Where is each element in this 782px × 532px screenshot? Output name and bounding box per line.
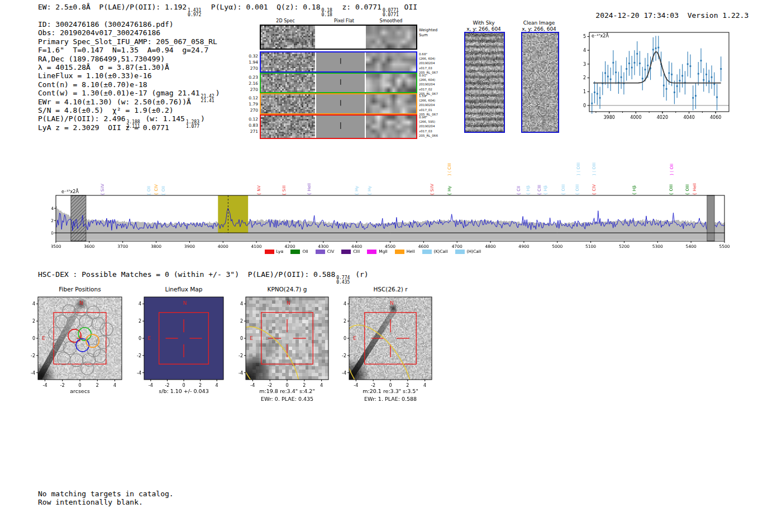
header-stat-sub: 0.0771 <box>383 13 399 17</box>
header-stat-sub: 0.972 <box>188 13 201 17</box>
spectral-line-label-OIII: { OIII <box>561 184 566 195</box>
cutout-row-4 <box>260 114 417 139</box>
cutout-right-label: 20190204 <box>419 61 445 65</box>
info-line-2-text: Obs: 20190204v017_3002476186 <box>38 28 160 37</box>
cutout-left-value: 0.12 <box>245 116 258 122</box>
legend-swatch <box>316 250 325 254</box>
info-line-11: S/N = 4.8(±0.5) χ² = 1.9(±0.2) <box>38 106 220 114</box>
cutout-row-right-labels-3: 1.59"(266, 604)20190204v017_01205_RL_067 <box>419 94 445 117</box>
hsc-dex-fraction: 0.7740.435 <box>336 276 350 284</box>
cutout-right-label: (266, 604) <box>419 78 445 82</box>
cutout-right-label: v017_02 <box>419 87 445 92</box>
footer-line-2: Row intentionally blank. <box>38 498 143 506</box>
spectral-line-label-OIII: { OIII <box>685 184 690 195</box>
spectral-line-label-CIV: { CIV <box>592 184 597 195</box>
spectral-line-label-Hβ: { Hβ <box>526 185 531 195</box>
header-stat-text: OII <box>400 3 417 11</box>
legend-swatch <box>455 250 465 254</box>
panel-caption-fiber-0: arcsecs <box>27 387 133 395</box>
weighted-sum-label: Weighted Sum <box>419 28 444 38</box>
info-line-12-text: P(LAE)/P(OII): 2.496 <box>38 114 126 123</box>
clean-image-cutout <box>521 32 559 133</box>
cutout-right-label: (266, 604) <box>419 98 445 103</box>
info-line-12: P(LAE)/P(OII): 2.4963.1882.111 (w: 1.145… <box>38 114 220 123</box>
info-line-12-text: (w: 1.145 <box>141 114 185 123</box>
info-line-3: Primary Spec_Slot_IFU_AMP: 205_067_058_R… <box>38 37 220 46</box>
header-stat-fraction: 0.180.18 <box>322 8 332 17</box>
spectral-line-label-CIII: { CIII <box>537 185 542 195</box>
panel-title-lineflux-map: Lineflux Map <box>136 286 231 293</box>
cutout-left-value: 1.79 <box>245 101 258 107</box>
info-line-4: F=1.6" T=0.147 N=1.35 A=0.94 g=24.7 <box>38 46 220 54</box>
header-stat-text: P(Lyα): 0.001 Q(z): 0.18 <box>202 3 320 11</box>
info-line-11-text: S/N = 4.8(±0.5) χ² = 1.9(±0.2) <box>38 106 174 114</box>
spectral-line-label-CIII: ) ( CIII <box>447 163 452 176</box>
hsc-dex-sub: 0.435 <box>336 280 350 285</box>
info-line-10: EWr = 4.10(±1.30) (w: 2.50(±0.76))Å <box>38 98 220 106</box>
spectrum-canvas <box>51 146 730 261</box>
spectral-line-label-OIII: { OIII <box>669 184 674 195</box>
lineflux-map-panel <box>130 293 227 391</box>
legend-swatch <box>367 250 376 254</box>
spectral-line-label-OII: ) ( OII <box>670 164 674 175</box>
info-line-5-text: RA,Dec (189.786499,51.730499) <box>38 55 165 63</box>
cutout-left-value: 2.16 <box>245 80 258 87</box>
info-line-6: λ = 4015.28Å σ = 3.87(±1.30)Å <box>38 63 220 71</box>
cutout-row-0 <box>260 25 417 50</box>
info-line-4-text: F=1.6" T=0.147 N=1.35 A=0.94 g=24.7 <box>38 46 208 54</box>
legend-swatch <box>395 250 404 254</box>
info-line-10-text: EWr = 4.10(±1.30) (w: 2.50(±0.76))Å <box>38 98 191 106</box>
cutout-right-label: 0.91" <box>419 73 445 78</box>
spectral-line-label-OIII: ) ( OIII <box>576 162 581 175</box>
clean-image-header: Clean Image x, y: 266, 604 <box>511 20 567 32</box>
legend-item-MgII: MgII <box>367 249 388 254</box>
cutout-row-left-values-4: 0.120.83271 <box>245 116 258 135</box>
cutout-right-label: 1.59" <box>419 94 445 98</box>
spectral-line-label-CIV: { CIV <box>154 184 159 195</box>
cutout-row-images-4 <box>261 116 416 138</box>
legend-item-Lyα: Lyα <box>265 249 284 254</box>
with-sky-cutout-image <box>464 32 505 133</box>
info-line-9-fraction: 21.4221.41 <box>201 94 214 103</box>
legend-label: (K)CaII <box>434 249 448 254</box>
emission-line-fit-plot <box>579 28 735 128</box>
cutout-right-label: 20190204 <box>419 82 445 87</box>
info-line-7: LineFlux = 1.10(±0.33)e-16 <box>38 71 220 80</box>
legend-swatch <box>422 250 432 254</box>
spectral-line-label-SiII: { SiII <box>282 185 287 195</box>
info-line-12-sub: 1.077 <box>186 124 199 129</box>
panel-title-kpno: KPNO(24.7) g <box>240 286 335 293</box>
legend-label: MgII <box>379 249 388 254</box>
info-line-1: ID: 3002476186 (3002476186.pdf) <box>38 20 220 28</box>
legend-label: HeII <box>407 249 415 254</box>
cutout-right-label: v017_03 <box>419 66 445 70</box>
header-stat-fraction: 0.07710.0771 <box>383 8 399 17</box>
panel-caption-kpno-1: EWr: 0. PLAE: 0.435 <box>234 395 340 402</box>
header-stat-fraction: 1.4310.972 <box>188 8 201 17</box>
info-line-6-text: λ = 4015.28Å σ = 3.87(±1.30)Å <box>38 63 169 71</box>
cutout-row-left-values-1: 0.321.94270 <box>245 53 258 71</box>
fiber-positions-panel <box>23 293 125 391</box>
report-version: Version 1.22.3 <box>688 11 749 20</box>
spectral-line-label-Hβ: { Hβ <box>543 185 548 195</box>
legend-swatch <box>290 250 300 254</box>
cutout-row-images-1 <box>261 52 416 71</box>
info-line-12-fraction: 1.2831.077 <box>186 120 199 128</box>
column-header-smoothed: Smoothed <box>366 18 416 23</box>
panel-title-hsc: HSC(26.2) r <box>343 286 438 293</box>
spectral-line-label-CII: { CII <box>517 186 521 195</box>
hsc-dex-text: HSC-DEX : Possible Matches = 0 (within +… <box>38 270 335 279</box>
cutout-row-2 <box>260 73 417 93</box>
cutout-left-value: 1.94 <box>245 59 258 65</box>
info-line-9-text: ) <box>216 89 220 97</box>
cutout-right-label: (266, 595) <box>419 119 445 124</box>
info-line-3-text: Primary Spec_Slot_IFU_AMP: 205_067_058_R… <box>38 37 217 46</box>
cutout-right-label: 0.96" <box>419 115 445 119</box>
hsc-dex-text: (r) <box>351 270 368 279</box>
info-line-5: RA,Dec (189.786499,51.730499) <box>38 55 220 63</box>
cutout-row-right-labels-1: 0.68"(266, 604)20190204v017_03205_RL_067 <box>419 52 445 75</box>
elixer-detection-report: EW: 2.5±0.8Å P(LAE)/P(OII): 1.1921.4310.… <box>0 0 782 532</box>
panel-caption-hsc-1: EWr: 1. PLAE: 0.588 <box>337 395 444 402</box>
panel-caption-lineflux-0: s/b: 1.10 +/- 0.043 <box>131 387 237 395</box>
legend-item-(H)CaII: (H)CaII <box>455 249 481 254</box>
